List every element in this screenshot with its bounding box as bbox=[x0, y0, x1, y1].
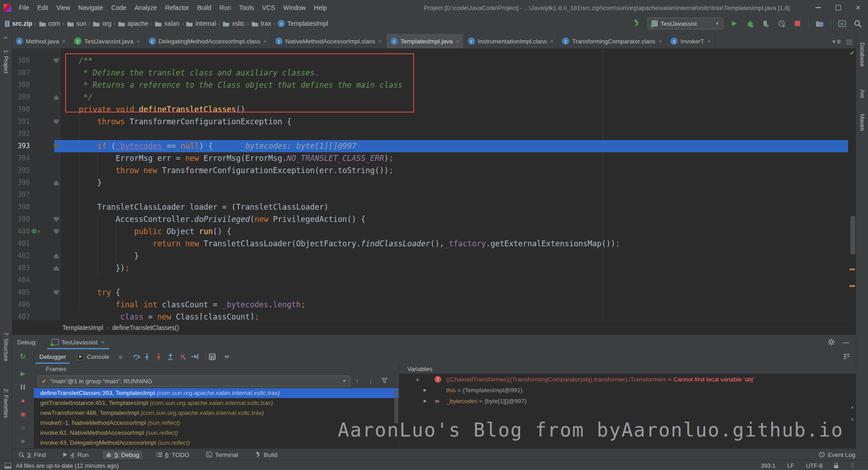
close-icon[interactable]: × bbox=[708, 38, 711, 45]
fold-marker-icon[interactable] bbox=[54, 266, 59, 271]
hide-tool-window-icon[interactable]: — bbox=[843, 339, 849, 346]
code-line-407[interactable]: 407 _class = new Class[classCount]; bbox=[12, 311, 856, 320]
editor-tab-transformingcomparator-class[interactable]: cTransformingComparator.class× bbox=[558, 34, 666, 48]
fold-marker-icon[interactable] bbox=[54, 58, 59, 63]
stop-button[interactable] bbox=[793, 19, 802, 28]
editor-scrollbar[interactable]: ✔ bbox=[848, 48, 856, 320]
close-icon[interactable]: × bbox=[659, 38, 662, 45]
search-everywhere-icon[interactable] bbox=[853, 19, 863, 28]
recent-files-icon[interactable]: ▤ bbox=[846, 37, 853, 46]
inspection-ok-icon[interactable]: ✔ bbox=[849, 49, 855, 56]
close-icon[interactable]: × bbox=[62, 38, 66, 45]
breadcrumb-item-apache[interactable]: apache bbox=[118, 20, 148, 27]
code-line-403[interactable]: 403 }); bbox=[12, 262, 856, 274]
fold-marker-icon[interactable] bbox=[54, 119, 59, 124]
trace-settings-icon[interactable]: ≂ bbox=[221, 352, 232, 361]
stop-icon[interactable]: ■ bbox=[12, 394, 34, 407]
debug-button[interactable] bbox=[745, 19, 755, 28]
code-line-405[interactable]: 405 try { bbox=[12, 287, 856, 299]
editor-tab-templatesimpl-java[interactable]: cTemplatesImpl.java× bbox=[387, 34, 464, 48]
scrollbar-thumb[interactable] bbox=[850, 216, 855, 254]
toolwindow-button-run[interactable]: 4: Run bbox=[60, 451, 92, 459]
caret-position[interactable]: 393:1 bbox=[761, 462, 776, 469]
add-watch-icon[interactable]: + bbox=[415, 376, 420, 383]
view-breakpoints-icon[interactable]: ◉ bbox=[12, 407, 34, 421]
menu-refactor[interactable]: Refactor bbox=[161, 4, 193, 11]
toolwindow-button-find[interactable]: 3: Find bbox=[15, 451, 49, 459]
menu-vcs[interactable]: VCS bbox=[258, 4, 279, 11]
code-line-392[interactable]: 392 bbox=[12, 128, 856, 140]
editor-tab-nativemethodaccessorimpl-class[interactable]: cNativeMethodAccessorImpl.class× bbox=[271, 34, 386, 48]
close-icon[interactable]: × bbox=[550, 38, 554, 45]
filter-frames-icon[interactable] bbox=[377, 377, 391, 385]
frames-scrollbar-thumb[interactable] bbox=[394, 389, 398, 423]
step-into-icon[interactable] bbox=[144, 353, 156, 360]
variable-row[interactable]: +!((ChainedTransformer)((TransformingCom… bbox=[399, 374, 856, 385]
run-button[interactable] bbox=[729, 19, 739, 28]
fold-marker-icon[interactable] bbox=[54, 95, 59, 100]
breadcrumb-item-xalan[interactable]: xalan bbox=[155, 20, 179, 27]
stripe-button-ant[interactable]: Ant bbox=[856, 89, 868, 98]
breadcrumb-item-sun[interactable]: sun bbox=[67, 20, 87, 27]
coverage-button[interactable] bbox=[761, 19, 771, 28]
editor-tab-invokert[interactable]: cInvokerT× bbox=[666, 34, 715, 48]
close-button[interactable]: × bbox=[848, 0, 868, 15]
close-icon[interactable]: × bbox=[101, 339, 105, 346]
toolwindow-button-debug[interactable]: 5: Debug bbox=[103, 451, 142, 459]
stripe-button-structure[interactable]: 7: Structure bbox=[0, 332, 12, 362]
tool-window-quick-access-icon[interactable] bbox=[5, 463, 11, 469]
more-actions-icon[interactable]: » bbox=[12, 434, 34, 448]
breadcrumb-item-templatesimpl[interactable]: cTemplatesImpl bbox=[278, 20, 328, 27]
stack-frame-row[interactable]: newTransformer:486, TemplatesImpl (com.s… bbox=[34, 408, 399, 418]
breadcrumb-item-trax[interactable]: trax bbox=[251, 20, 271, 27]
breadcrumb-item-src.zip[interactable]: src.zip bbox=[5, 20, 32, 27]
editor-tab-testjavassist-java[interactable]: cTestJavassist.java× bbox=[70, 34, 144, 48]
fold-marker-icon[interactable] bbox=[54, 229, 59, 234]
code-editor[interactable]: 386 /**387 * Defines the translet class … bbox=[12, 48, 856, 320]
force-step-into-icon[interactable] bbox=[156, 353, 168, 360]
toolwindow-button-todo[interactable]: 6: TODO bbox=[153, 451, 193, 459]
menu-edit[interactable]: Edit bbox=[33, 4, 52, 11]
fold-marker-icon[interactable] bbox=[54, 254, 59, 258]
threads-view-icon[interactable]: ≡ bbox=[115, 353, 127, 361]
close-icon[interactable]: × bbox=[137, 38, 140, 45]
menu-build[interactable]: Build bbox=[193, 4, 215, 11]
build-hammer-icon[interactable] bbox=[632, 19, 642, 28]
breadcrumb-item-internal[interactable]: internal bbox=[186, 20, 216, 27]
project-structure-icon[interactable] bbox=[815, 19, 825, 28]
frame-up-icon[interactable]: ↑ bbox=[350, 377, 364, 385]
code-line-399[interactable]: 399 AccessController.doPrivileged(new Pr… bbox=[12, 213, 856, 226]
code-line-404[interactable]: 404 bbox=[12, 274, 856, 287]
menu-window[interactable]: Window bbox=[279, 4, 310, 11]
file-encoding[interactable]: UTF-8 bbox=[806, 462, 823, 469]
code-line-406[interactable]: 406 final int classCount = _bytecodes.le… bbox=[12, 299, 856, 311]
run-to-cursor-icon[interactable] bbox=[191, 353, 203, 360]
toolwindow-button-build[interactable]: Build bbox=[252, 451, 280, 459]
pause-icon[interactable] bbox=[12, 380, 34, 394]
menu-code[interactable]: Code bbox=[107, 4, 130, 11]
code-line-393[interactable]: 393 if (_bytecodes == null) { _bytecodes… bbox=[12, 140, 856, 152]
line-ending[interactable]: LF bbox=[787, 462, 794, 469]
step-out-icon[interactable] bbox=[168, 353, 179, 360]
debug-session-tab[interactable]: TestJavassist × bbox=[47, 335, 109, 349]
stripe-button-maven[interactable]: Maven bbox=[856, 114, 868, 131]
tab-debugger[interactable]: Debugger bbox=[34, 349, 71, 364]
code-line-397[interactable]: 397 bbox=[12, 189, 856, 201]
breadcrumb-item-xsltc[interactable]: xsltc bbox=[222, 20, 245, 27]
code-line-391[interactable]: 391 throws TransformerConfigurationExcep… bbox=[12, 116, 856, 128]
code-line-400[interactable]: 400↑ public Object run() { bbox=[12, 226, 856, 238]
minimize-button[interactable] bbox=[808, 0, 828, 15]
override-marker-icon[interactable]: ↑ bbox=[32, 229, 40, 234]
stripe-button-project[interactable]: 1: Project bbox=[0, 50, 12, 74]
settings-gear-icon[interactable] bbox=[828, 338, 835, 346]
profiler-button[interactable] bbox=[777, 19, 787, 28]
breadcrumb-class[interactable]: TemplatesImpl bbox=[62, 324, 103, 331]
stack-frame-row[interactable]: getTransletInstance:451, TemplatesImpl (… bbox=[34, 398, 399, 408]
tab-console[interactable]: ▶Console bbox=[71, 349, 115, 364]
scroll-down-icon[interactable]: ▼ bbox=[850, 417, 854, 422]
close-icon[interactable]: × bbox=[456, 38, 459, 45]
expand-icon[interactable]: ▶ bbox=[424, 388, 427, 392]
menu-view[interactable]: View bbox=[52, 4, 74, 11]
menu-tools[interactable]: Tools bbox=[235, 4, 258, 11]
fold-marker-icon[interactable] bbox=[54, 290, 59, 295]
